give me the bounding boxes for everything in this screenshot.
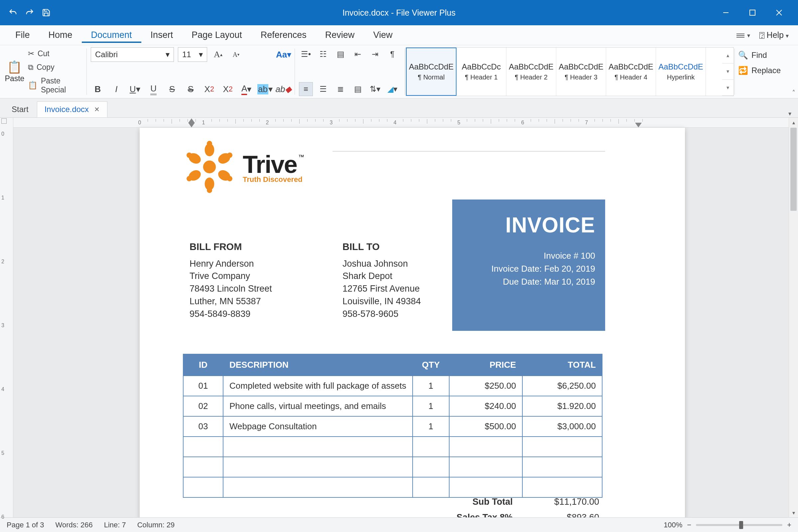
zoom-in-button[interactable]: + bbox=[787, 521, 791, 529]
scroll-down-icon[interactable]: ▾ bbox=[789, 508, 798, 517]
font-name-value: Calibri bbox=[95, 50, 118, 59]
font-color-button[interactable]: A▾ bbox=[240, 82, 253, 96]
menu-document[interactable]: Document bbox=[82, 27, 141, 43]
style--header-1[interactable]: AaBbCcDc¶ Header 1 bbox=[457, 48, 507, 96]
table-row bbox=[183, 457, 602, 477]
undo-icon[interactable] bbox=[8, 8, 18, 18]
style--header-2[interactable]: AaBbCcDdE¶ Header 2 bbox=[507, 48, 556, 96]
horizontal-ruler[interactable]: 01234567 bbox=[13, 118, 789, 128]
menu-file[interactable]: File bbox=[6, 27, 39, 43]
close-tab-icon[interactable]: ✕ bbox=[94, 106, 100, 113]
font-name-select[interactable]: Calibri▾ bbox=[91, 47, 174, 62]
underline-button[interactable]: U▾ bbox=[128, 82, 142, 96]
styles-more-button[interactable]: ▾ bbox=[722, 80, 734, 96]
superscript-button[interactable]: X2 bbox=[202, 82, 216, 96]
first-line-indent[interactable] bbox=[188, 118, 195, 123]
status-words[interactable]: Words: 266 bbox=[56, 521, 93, 529]
find-button[interactable]: 🔍Find bbox=[738, 51, 795, 60]
change-case-button[interactable]: Aa▾ bbox=[277, 48, 291, 61]
maximize-button[interactable] bbox=[747, 8, 757, 18]
tab-selector[interactable] bbox=[1, 118, 7, 124]
collapse-ribbon-button[interactable]: ˄ bbox=[792, 89, 795, 97]
font-size-select[interactable]: 11▾ bbox=[178, 47, 207, 62]
zoom-slider[interactable] bbox=[696, 524, 782, 526]
copy-icon: ⧉ bbox=[28, 63, 33, 72]
zoom-knob[interactable] bbox=[739, 521, 743, 529]
double-strike-button[interactable]: S bbox=[184, 82, 197, 96]
justify-button[interactable]: ▤ bbox=[351, 82, 365, 96]
right-indent[interactable] bbox=[635, 123, 642, 127]
strikethrough-button[interactable]: S bbox=[165, 82, 179, 96]
bold-button[interactable]: B bbox=[91, 82, 105, 96]
menu-review[interactable]: Review bbox=[316, 27, 364, 43]
align-center-button[interactable]: ☰ bbox=[316, 82, 330, 96]
subscript-button[interactable]: X2 bbox=[221, 82, 235, 96]
copy-button[interactable]: ⧉Copy bbox=[28, 61, 82, 73]
cut-button[interactable]: ✂Cut bbox=[28, 48, 82, 59]
invoice-title: INVOICE bbox=[459, 213, 595, 238]
font-size-value: 11 bbox=[182, 50, 191, 59]
highlight-button[interactable]: ab▾ bbox=[258, 82, 272, 96]
bullets-button[interactable]: ☰• bbox=[299, 47, 313, 61]
scroll-up-icon[interactable]: ▴ bbox=[789, 118, 798, 127]
replace-button[interactable]: 🔁Replace bbox=[738, 66, 795, 75]
menu-view[interactable]: View bbox=[364, 27, 402, 43]
menu-home[interactable]: Home bbox=[39, 27, 82, 43]
numbering-button[interactable]: ☷ bbox=[316, 47, 330, 61]
chevron-down-icon: ▾ bbox=[166, 50, 170, 59]
style-hyperlink[interactable]: AaBbCcDdEHyperlink bbox=[656, 48, 706, 96]
zoom-out-button[interactable]: − bbox=[687, 521, 691, 529]
style--header-3[interactable]: AaBbCcDdE¶ Header 3 bbox=[556, 48, 606, 96]
ribbon-options-button[interactable] bbox=[736, 31, 750, 40]
tab-overflow-button[interactable]: ▾ bbox=[788, 110, 798, 117]
clear-format-button[interactable]: ab◆ bbox=[277, 82, 291, 96]
col-price: PRICE bbox=[449, 354, 522, 376]
menu-references[interactable]: References bbox=[251, 27, 316, 43]
help-button[interactable]: ⍰ Help bbox=[759, 30, 789, 40]
save-icon[interactable] bbox=[41, 8, 51, 18]
line-spacing-button[interactable]: ⇅▾ bbox=[368, 82, 382, 96]
redo-icon[interactable] bbox=[25, 8, 35, 18]
grow-font-button[interactable]: A▴ bbox=[211, 48, 225, 61]
paste-special-button[interactable]: 📋Paste Special bbox=[28, 75, 82, 96]
italic-button[interactable]: I bbox=[109, 82, 124, 96]
subtotal-label: Sub Total bbox=[440, 497, 513, 507]
paste-button[interactable]: 📋 Paste bbox=[4, 47, 25, 96]
hanging-indent[interactable] bbox=[188, 123, 195, 127]
invoice-box: INVOICE Invoice # 100 Invoice Date: Feb … bbox=[452, 200, 605, 331]
shading-button[interactable]: ◢▾ bbox=[385, 82, 399, 96]
doc-tabbar: Start Invoice.docx✕ ▾ bbox=[0, 98, 798, 118]
vertical-scrollbar[interactable]: ▴ ▾ bbox=[789, 118, 798, 517]
show-marks-button[interactable]: ¶ bbox=[385, 47, 399, 61]
cut-label: Cut bbox=[38, 49, 50, 58]
align-left-button[interactable]: ≡ bbox=[299, 82, 313, 96]
status-page[interactable]: Page 1 of 3 bbox=[7, 521, 44, 529]
bill-from-line: 78493 Lincoln Street bbox=[190, 283, 272, 295]
styles-gallery[interactable]: AaBbCcDdE¶ NormalAaBbCcDc¶ Header 1AaBbC… bbox=[406, 47, 734, 96]
styles-up-button[interactable]: ▴ bbox=[722, 48, 734, 63]
styles-down-button[interactable]: ▾ bbox=[722, 63, 734, 79]
decrease-indent-button[interactable]: ⇤ bbox=[351, 47, 365, 61]
style--normal[interactable]: AaBbCcDdE¶ Normal bbox=[406, 48, 457, 96]
align-right-button[interactable]: ≣ bbox=[334, 82, 347, 96]
trademark: ™ bbox=[298, 154, 304, 160]
style--header-4[interactable]: AaBbCcDdE¶ Header 4 bbox=[606, 48, 656, 96]
menu-insert[interactable]: Insert bbox=[141, 27, 183, 43]
workspace: 0123456 01234567 bbox=[0, 118, 798, 517]
tab-start[interactable]: Start bbox=[4, 101, 36, 117]
close-button[interactable] bbox=[774, 8, 784, 18]
increase-indent-button[interactable]: ⇥ bbox=[368, 47, 382, 61]
document-page[interactable]: Trive™ Truth Discovered INVOICE Invoice … bbox=[140, 128, 685, 517]
tab-invoice[interactable]: Invoice.docx✕ bbox=[37, 101, 108, 117]
logo-name: Trive bbox=[243, 150, 297, 178]
shrink-font-button[interactable]: A▾ bbox=[229, 48, 243, 61]
minimize-button[interactable] bbox=[721, 8, 731, 18]
scroll-thumb[interactable] bbox=[790, 128, 797, 211]
menu-page-layout[interactable]: Page Layout bbox=[182, 27, 251, 43]
double-underline-button[interactable]: U bbox=[147, 82, 160, 96]
vertical-ruler[interactable]: 0123456 bbox=[0, 118, 13, 517]
tax-value: $893.60 bbox=[533, 512, 599, 517]
multilevel-button[interactable]: ▤ bbox=[334, 47, 347, 61]
col-desc: DESCRIPTION bbox=[223, 354, 413, 376]
col-id: ID bbox=[183, 354, 223, 376]
